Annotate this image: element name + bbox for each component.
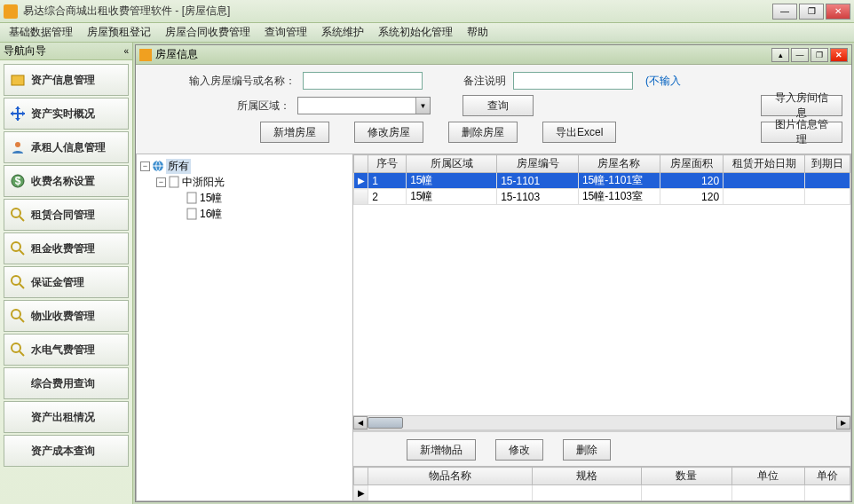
child-titlebar: 房屋信息 ▴ — ❐ ✕ [136, 45, 851, 65]
nav-label: 租赁合同管理 [31, 208, 95, 223]
child-title-text: 房屋信息 [155, 47, 198, 62]
svg-point-6 [12, 242, 20, 251]
grid-pane: 序号 所属区域 房屋编号 房屋名称 房屋面积 租赁开始日期 到期日 ▶ 1 [353, 154, 851, 501]
add-room-button[interactable]: 新增房屋 [260, 122, 329, 143]
picture-manage-button[interactable]: 图片信息管理 [761, 122, 842, 143]
search-icon [10, 274, 26, 290]
menu-sys-init[interactable]: 系统初始化管理 [373, 23, 458, 42]
nav-label: 资产成本查询 [31, 444, 95, 459]
scroll-thumb[interactable] [368, 417, 403, 429]
table-row[interactable]: 2 15幢 15-1103 15幢-1103室 120 [354, 189, 850, 205]
cell [724, 173, 805, 189]
region-combo[interactable]: ▼ [297, 97, 431, 114]
col-qty[interactable]: 数量 [641, 468, 731, 485]
nav-asset-info[interactable]: 资产信息管理 [4, 64, 129, 96]
child-minimize-button[interactable]: — [791, 48, 809, 62]
nav-utility-fee[interactable]: 水电气费管理 [4, 334, 129, 366]
nav-deposit[interactable]: 保证金管理 [4, 266, 129, 298]
remark-input[interactable] [513, 72, 633, 90]
child-restore-button[interactable]: ❐ [811, 48, 828, 62]
col-end[interactable]: 到期日 [804, 155, 850, 173]
nav-rent-fee[interactable]: 租金收费管理 [4, 232, 129, 264]
grid-hscrollbar[interactable]: ◀ ▶ [353, 415, 850, 429]
tree-node-region[interactable]: − 中浙阳光 [154, 174, 351, 190]
col-start[interactable]: 租赁开始日期 [724, 155, 805, 173]
menu-contract-fee[interactable]: 房屋合同收费管理 [160, 23, 256, 42]
row-marker [354, 189, 368, 205]
col-area[interactable]: 房屋面积 [660, 155, 723, 173]
export-excel-button[interactable]: 导出Excel [542, 122, 616, 143]
delete-item-button[interactable]: 删除 [563, 439, 611, 461]
row-marker: ▶ [354, 485, 368, 501]
menu-query[interactable]: 查询管理 [259, 23, 312, 42]
nav-tenant-info[interactable]: 承租人信息管理 [4, 131, 129, 163]
edit-item-button[interactable]: 修改 [495, 439, 543, 461]
items-table[interactable]: 物品名称 规格 数量 单位 单价 ▶ [353, 467, 850, 500]
tree-leaf-building[interactable]: 15幢 [170, 190, 351, 206]
nav-asset-rent-status[interactable]: 资产出租情况 [4, 401, 129, 433]
tree-collapse-icon[interactable]: − [140, 161, 150, 171]
table-row[interactable]: ▶ [354, 485, 850, 501]
window-titlebar: 易达综合商城出租收费管理软件 - [房屋信息] — ❐ ✕ [0, 0, 854, 23]
col-seq[interactable]: 序号 [368, 155, 407, 173]
nav-label: 资产实时概况 [31, 106, 95, 122]
tree-leaf-building[interactable]: 16幢 [170, 206, 351, 222]
svg-rect-15 [170, 177, 178, 187]
nav-combined-query[interactable]: 综合费用查询 [4, 367, 129, 399]
row-marker-header [354, 468, 368, 485]
col-unit[interactable]: 单位 [731, 468, 804, 485]
nav-header: 导航向导 « [0, 43, 132, 60]
label-region: 所属区域： [237, 98, 290, 114]
child-restore-up-button[interactable]: ▴ [771, 48, 789, 62]
table-row[interactable]: ▶ 1 15幢 15-1101 15幢-1101室 120 [354, 173, 850, 189]
cell: 15-1101 [497, 173, 579, 189]
col-code[interactable]: 房屋编号 [497, 155, 579, 173]
rooms-table[interactable]: 序号 所属区域 房屋编号 房屋名称 房屋面积 租赁开始日期 到期日 ▶ 1 [353, 154, 850, 205]
add-item-button[interactable]: 新增物品 [407, 439, 476, 461]
scroll-left-icon[interactable]: ◀ [353, 416, 368, 429]
svg-rect-0 [12, 75, 24, 85]
no-input-link[interactable]: (不输入 [645, 74, 681, 89]
nav-asset-realtime[interactable]: 资产实时概况 [4, 98, 129, 130]
menu-pre-rent[interactable]: 房屋预租登记 [82, 23, 156, 42]
tree-root[interactable]: − 所有 [138, 158, 351, 174]
import-rooms-button[interactable]: 导入房间信息 [761, 95, 842, 116]
nav-property-fee[interactable]: 物业收费管理 [4, 300, 129, 332]
maximize-button[interactable]: ❐ [799, 4, 824, 20]
col-region[interactable]: 所属区域 [407, 155, 497, 173]
nav-collapse-icon[interactable]: « [123, 46, 129, 56]
menu-sys-maint[interactable]: 系统维护 [316, 23, 369, 42]
room-code-input[interactable] [303, 72, 423, 90]
chevron-down-icon: ▼ [415, 98, 430, 114]
nav-asset-cost-query[interactable]: 资产成本查询 [4, 435, 129, 467]
delete-room-button[interactable]: 删除房屋 [448, 122, 518, 143]
cell: 15幢 [407, 189, 497, 205]
row-marker-header [354, 155, 368, 173]
tree-label: 15幢 [200, 191, 222, 206]
menu-basic-data[interactable]: 基础数据管理 [4, 23, 78, 42]
search-icon [10, 342, 26, 358]
tree-collapse-icon[interactable]: − [156, 177, 166, 187]
cell [804, 189, 850, 205]
app-icon [4, 4, 18, 19]
child-window-icon [139, 49, 152, 61]
page-icon [186, 192, 198, 204]
nav-lease-contract[interactable]: 租赁合同管理 [4, 199, 129, 231]
svg-rect-17 [187, 209, 196, 219]
search-icon [10, 308, 26, 324]
close-button[interactable]: ✕ [826, 4, 850, 20]
col-roomname[interactable]: 房屋名称 [578, 155, 660, 173]
nav-fee-name[interactable]: $收费名称设置 [4, 165, 129, 197]
col-item-name[interactable]: 物品名称 [368, 468, 532, 485]
folder-icon [10, 72, 26, 88]
col-spec[interactable]: 规格 [532, 468, 641, 485]
child-close-button[interactable]: ✕ [830, 48, 848, 62]
query-button[interactable]: 查询 [463, 95, 534, 116]
menu-help[interactable]: 帮助 [462, 23, 494, 42]
edit-room-button[interactable]: 修改房屋 [354, 122, 423, 143]
col-price[interactable]: 单价 [804, 468, 850, 485]
minimize-button[interactable]: — [772, 4, 797, 20]
scroll-right-icon[interactable]: ▶ [836, 416, 850, 429]
cell: 15幢-1101室 [578, 173, 660, 189]
menubar: 基础数据管理 房屋预租登记 房屋合同收费管理 查询管理 系统维护 系统初始化管理… [0, 23, 854, 43]
